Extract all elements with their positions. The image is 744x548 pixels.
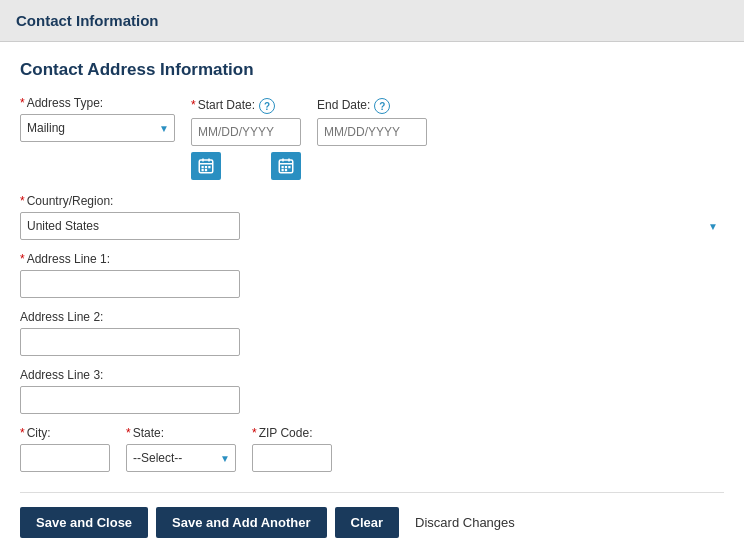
address-line3-group: Address Line 3:	[20, 368, 724, 414]
start-date-label-row: * Start Date: ?	[191, 96, 301, 114]
address-line1-required: *	[20, 252, 25, 266]
end-date-input[interactable]	[317, 118, 427, 146]
state-required: *	[126, 426, 131, 440]
start-date-group: * Start Date: ?	[191, 96, 301, 146]
end-date-label-row: End Date: ?	[317, 96, 427, 114]
zip-input[interactable]	[252, 444, 332, 472]
end-date-calendar-button[interactable]	[271, 152, 301, 180]
state-group: *State: --Select-- CA NY TX FL ▼	[126, 426, 236, 472]
address-line1-group: *Address Line 1:	[20, 252, 724, 298]
zip-group: *ZIP Code:	[252, 426, 332, 472]
state-select-wrapper: --Select-- CA NY TX FL ▼	[126, 444, 236, 472]
country-required: *	[20, 194, 25, 208]
address-type-select[interactable]: Mailing Home Work Other	[20, 114, 175, 142]
country-label: *Country/Region:	[20, 194, 724, 208]
clear-button[interactable]: Clear	[335, 507, 400, 538]
svg-rect-15	[288, 166, 290, 168]
start-date-help-icon[interactable]: ?	[259, 98, 275, 114]
city-input[interactable]	[20, 444, 110, 472]
address-type-required: *	[20, 96, 25, 110]
save-add-button[interactable]: Save and Add Another	[156, 507, 326, 538]
address-line1-label: *Address Line 1:	[20, 252, 724, 266]
zip-label: *ZIP Code:	[252, 426, 332, 440]
form-footer: Save and Close Save and Add Another Clea…	[20, 492, 724, 538]
country-select[interactable]: United States Canada United Kingdom Aust…	[20, 212, 240, 240]
address-line3-input[interactable]	[20, 386, 240, 414]
address-line2-group: Address Line 2:	[20, 310, 724, 356]
city-label: *City:	[20, 426, 110, 440]
save-close-button[interactable]: Save and Close	[20, 507, 148, 538]
discard-changes-link[interactable]: Discard Changes	[407, 507, 523, 538]
address-type-label: *Address Type:	[20, 96, 175, 110]
address-line2-label: Address Line 2:	[20, 310, 724, 324]
city-required: *	[20, 426, 25, 440]
zip-required: *	[252, 426, 257, 440]
svg-rect-5	[205, 166, 207, 168]
page-content: Contact Address Information *Address Typ…	[0, 42, 744, 548]
section-title: Contact Address Information	[20, 60, 724, 80]
start-date-input[interactable]	[191, 118, 301, 146]
start-date-required: *	[191, 98, 196, 112]
top-fields-row: *Address Type: Mailing Home Work Other ▼…	[20, 96, 724, 146]
page-header-title: Contact Information	[16, 12, 159, 29]
start-date-calendar-button[interactable]	[191, 152, 221, 180]
svg-rect-14	[285, 166, 287, 168]
svg-rect-16	[282, 169, 284, 171]
svg-rect-7	[202, 169, 204, 171]
state-label: *State:	[126, 426, 236, 440]
svg-rect-17	[285, 169, 287, 171]
svg-rect-8	[205, 169, 207, 171]
svg-rect-6	[208, 166, 210, 168]
svg-rect-13	[282, 166, 284, 168]
end-date-help-icon[interactable]: ?	[374, 98, 390, 114]
address-type-select-wrapper: Mailing Home Work Other ▼	[20, 114, 175, 142]
svg-rect-4	[202, 166, 204, 168]
end-date-group: End Date: ?	[317, 96, 427, 146]
address-line3-label: Address Line 3:	[20, 368, 724, 382]
country-dropdown-arrow: ▼	[708, 221, 718, 232]
address-type-group: *Address Type: Mailing Home Work Other ▼	[20, 96, 175, 142]
calendar-icons-row	[20, 150, 724, 180]
state-select[interactable]: --Select-- CA NY TX FL	[126, 444, 236, 472]
city-state-zip-row: *City: *State: --Select-- CA NY TX FL ▼	[20, 426, 724, 472]
address-line1-input[interactable]	[20, 270, 240, 298]
country-group: *Country/Region: United States Canada Un…	[20, 194, 724, 240]
page-header: Contact Information	[0, 0, 744, 42]
city-group: *City:	[20, 426, 110, 472]
country-select-wrapper: United States Canada United Kingdom Aust…	[20, 212, 724, 240]
address-line2-input[interactable]	[20, 328, 240, 356]
